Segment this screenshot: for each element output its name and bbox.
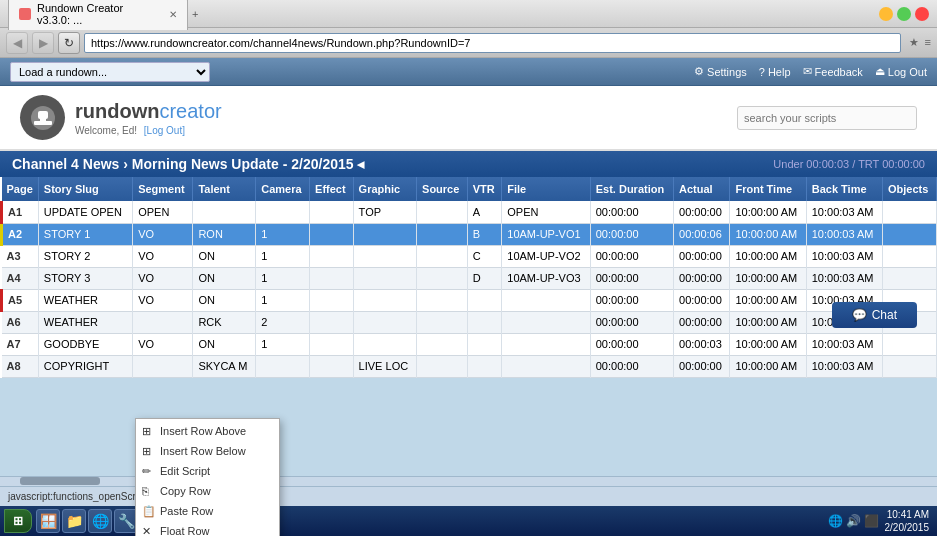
chat-button[interactable]: 💬 Chat [832, 302, 917, 328]
cell-est: 00:00:00 [590, 223, 673, 245]
maximize-btn[interactable] [897, 7, 911, 21]
context-menu-item-edit-script[interactable]: ✏Edit Script [136, 461, 279, 481]
cell-front: 10:00:00 AM [730, 289, 806, 311]
help-icon: ? [759, 66, 765, 78]
cell-source [417, 267, 468, 289]
logo-icon [20, 95, 65, 140]
taskbar-app-browser[interactable]: 🌐 [88, 509, 112, 533]
table-row[interactable]: A3 STORY 2 VO ON 1 C 10AM-UP-VO2 00:00:0… [2, 245, 937, 267]
feedback-button[interactable]: ✉ Feedback [803, 65, 863, 78]
cell-source [417, 289, 468, 311]
start-button[interactable]: ⊞ [4, 509, 32, 533]
cell-back: 10:00:03 AM [806, 245, 882, 267]
table-row[interactable]: A2 STORY 1 VO RON 1 B 10AM-UP-VO1 00:00:… [2, 223, 937, 245]
context-menu-item-float-row[interactable]: ✕Float Row [136, 521, 279, 536]
browser-tab[interactable]: Rundown Creator v3.3.0: ... ✕ [8, 0, 188, 30]
col-source: Source [417, 177, 468, 201]
taskbar-app-explorer[interactable]: 🪟 [36, 509, 60, 533]
bookmark-icon[interactable]: ★ [909, 36, 919, 49]
cell-segment: VO [133, 267, 193, 289]
col-file: File [502, 177, 590, 201]
table-row[interactable]: A7 GOODBYE VO ON 1 00:00:00 00:00:03 10:… [2, 333, 937, 355]
cell-source [417, 355, 468, 377]
table-row[interactable]: A6 WEATHER RCK 2 00:00:00 00:00:00 10:00… [2, 311, 937, 333]
context-menu-item-insert-row-above[interactable]: ⊞Insert Row Above [136, 421, 279, 441]
cell-file [502, 355, 590, 377]
logout-icon: ⏏ [875, 65, 885, 78]
search-input[interactable] [737, 106, 917, 130]
tab-close-btn[interactable]: ✕ [169, 9, 177, 20]
cell-effect [310, 201, 354, 223]
cell-camera [256, 355, 310, 377]
logout-button[interactable]: ⏏ Log Out [875, 65, 927, 78]
cell-actual: 00:00:00 [674, 311, 730, 333]
table-row[interactable]: A5 WEATHER VO ON 1 00:00:00 00:00:00 10:… [2, 289, 937, 311]
table-row[interactable]: A1 UPDATE OPEN OPEN TOP A OPEN 00:00:00 … [2, 201, 937, 223]
cell-graphic: LIVE LOC [353, 355, 416, 377]
cell-file [502, 311, 590, 333]
col-vtr: VTR [467, 177, 502, 201]
settings-button[interactable]: ⚙ Settings [694, 65, 747, 78]
cell-source [417, 201, 468, 223]
cell-back: 10:00:03 AM [806, 267, 882, 289]
col-actual: Actual [674, 177, 730, 201]
cell-vtr [467, 333, 502, 355]
cell-segment [133, 311, 193, 333]
svg-rect-2 [34, 121, 52, 125]
cell-front: 10:00:00 AM [730, 245, 806, 267]
chat-bar: 💬 Chat [832, 302, 917, 328]
col-talent: Talent [193, 177, 256, 201]
minimize-btn[interactable] [879, 7, 893, 21]
cell-graphic [353, 333, 416, 355]
close-btn[interactable] [915, 7, 929, 21]
cell-file: 10AM-UP-VO3 [502, 267, 590, 289]
cell-objects [883, 223, 937, 245]
scrollbar-thumb[interactable] [20, 477, 100, 485]
main-content: Channel 4 News › Morning News Update - 2… [0, 151, 937, 378]
cell-effect [310, 355, 354, 377]
cell-file: 10AM-UP-VO2 [502, 245, 590, 267]
system-tray: 🌐 🔊 ⬛ [828, 514, 879, 528]
cell-actual: 00:00:00 [674, 201, 730, 223]
cell-segment: VO [133, 289, 193, 311]
cell-actual: 00:00:00 [674, 267, 730, 289]
rundown-select[interactable]: Load a rundown... [10, 62, 210, 82]
cell-file [502, 333, 590, 355]
cell-talent: RON [193, 223, 256, 245]
table-row[interactable]: A8 COPYRIGHT SKYCA M LIVE LOC 00:00:00 0… [2, 355, 937, 377]
svg-rect-3 [40, 119, 46, 121]
forward-button[interactable]: ▶ [32, 32, 54, 54]
address-bar[interactable] [84, 33, 901, 53]
logo-section: rundowncreator Welcome, Ed! [Log Out] [20, 95, 222, 140]
settings-icon: ⚙ [694, 65, 704, 78]
cell-effect [310, 289, 354, 311]
table-row[interactable]: A4 STORY 3 VO ON 1 D 10AM-UP-VO3 00:00:0… [2, 267, 937, 289]
context-menu-item-copy-row[interactable]: ⎘Copy Row [136, 481, 279, 501]
menu-icon[interactable]: ≡ [925, 36, 931, 49]
col-back: Back Time [806, 177, 882, 201]
refresh-button[interactable]: ↻ [58, 32, 80, 54]
taskbar-app-files[interactable]: 📁 [62, 509, 86, 533]
cell-talent: ON [193, 333, 256, 355]
svg-rect-1 [38, 111, 48, 119]
col-objects: Objects [883, 177, 937, 201]
cell-actual: 00:00:00 [674, 245, 730, 267]
cell-effect [310, 267, 354, 289]
back-button[interactable]: ◀ [6, 32, 28, 54]
cell-objects [883, 245, 937, 267]
cell-vtr [467, 311, 502, 333]
cell-camera: 1 [256, 223, 310, 245]
rundown-title-bar: Channel 4 News › Morning News Update - 2… [0, 151, 937, 177]
context-menu-item-paste-row[interactable]: 📋Paste Row [136, 501, 279, 521]
logout-link[interactable]: [Log Out] [144, 125, 185, 136]
cell-est: 00:00:00 [590, 311, 673, 333]
help-button[interactable]: ? Help [759, 66, 791, 78]
cell-front: 10:00:00 AM [730, 267, 806, 289]
browser-controls: ◀ ▶ ↻ ★ ≡ [0, 28, 937, 58]
context-menu-item-insert-row-below[interactable]: ⊞Insert Row Below [136, 441, 279, 461]
cell-actual: 00:00:00 [674, 355, 730, 377]
cell-vtr: B [467, 223, 502, 245]
cell-talent: ON [193, 245, 256, 267]
cell-front: 10:00:00 AM [730, 201, 806, 223]
cell-source [417, 333, 468, 355]
